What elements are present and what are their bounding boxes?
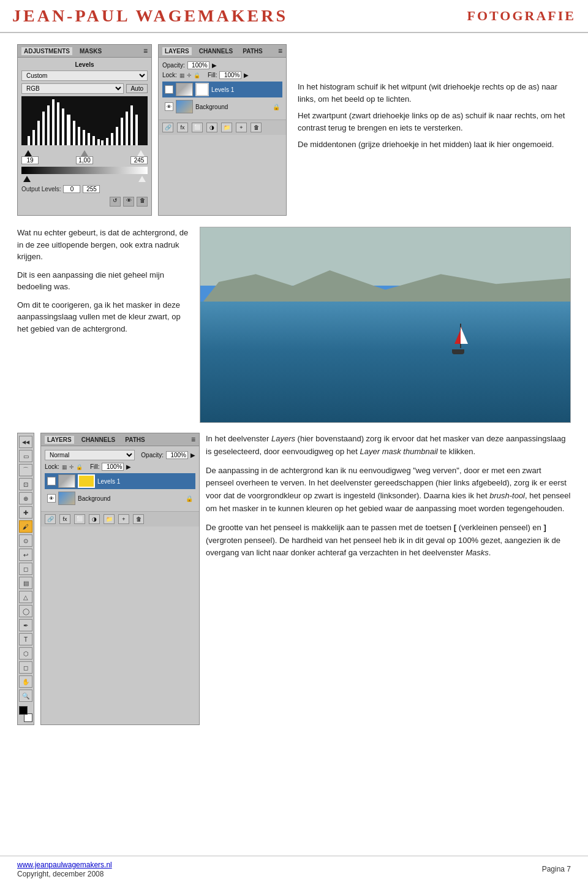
lock-all-icon[interactable]: 🔒 — [194, 72, 200, 78]
tool-eyedropper[interactable]: ⊕ — [19, 492, 32, 504]
mask-btn-mid[interactable]: ⬜ — [74, 514, 85, 524]
tool-path[interactable]: ⬡ — [19, 647, 32, 660]
tool-stamp[interactable]: ⊙ — [19, 534, 32, 547]
input-mid-field[interactable]: 1,00 — [76, 156, 93, 164]
eye-bg-top[interactable]: 👁 — [165, 102, 173, 111]
output-slider[interactable] — [21, 175, 148, 183]
tool-crop[interactable]: ⊡ — [19, 478, 32, 490]
opacity-arrow-mid[interactable]: ▶ — [190, 452, 195, 458]
fx-btn-mid[interactable]: fx — [59, 514, 70, 524]
eye-levels1-mid[interactable]: 👁 — [47, 477, 56, 485]
tab-paths-top[interactable]: PATHS — [240, 47, 265, 55]
bottom-para-3: De grootte van het penseel is makkelijk … — [206, 522, 571, 560]
input-values-row: 19 1,00 245 — [21, 156, 148, 164]
output-white-triangle[interactable] — [138, 176, 146, 182]
blend-mode-select[interactable]: Normal — [45, 450, 135, 460]
tab-paths-mid[interactable]: PATHS — [123, 436, 147, 444]
tool-hand[interactable]: ✋ — [19, 675, 32, 688]
white-triangle[interactable] — [137, 150, 145, 156]
preset-select[interactable]: Custom — [21, 70, 148, 81]
delete-icon[interactable]: 🗑 — [137, 197, 148, 207]
tool-blur[interactable]: △ — [19, 591, 32, 603]
tab-layers-mid[interactable]: LAYERS — [45, 436, 74, 444]
channel-row: RGB Auto — [21, 83, 148, 94]
lock-move-mid[interactable]: ✛ — [69, 464, 74, 470]
tab-layers-top[interactable]: LAYERS — [162, 47, 192, 55]
tab-masks[interactable]: MASKS — [77, 47, 104, 55]
fill-input-mid[interactable] — [102, 463, 124, 471]
mid-section: Wat nu echter gebeurt, is dat de achterg… — [17, 227, 571, 423]
fx-btn[interactable]: fx — [177, 123, 188, 132]
tool-gradient[interactable]: ▤ — [19, 577, 32, 589]
tool-heal[interactable]: ✚ — [19, 506, 32, 519]
opacity-input-mid[interactable] — [166, 451, 188, 459]
output-black-triangle[interactable] — [23, 176, 31, 182]
opacity-input-top[interactable] — [187, 61, 209, 69]
fill-arrow-top[interactable]: ▶ — [244, 72, 249, 78]
mask-levels1-mid[interactable] — [78, 474, 95, 488]
tool-pen[interactable]: ✒ — [19, 619, 32, 631]
bottom-para-1: In het deelvenster Layers (hier bovensta… — [206, 433, 571, 458]
output-black-field[interactable] — [63, 185, 80, 193]
delete-layer-btn-mid[interactable]: 🗑 — [133, 514, 144, 524]
tool-dodge[interactable]: ◯ — [19, 605, 32, 617]
footer-page: Pagina 7 — [542, 865, 571, 873]
lock-checker-mid[interactable]: ▦ — [62, 464, 67, 470]
layer-row-levels1-top[interactable]: 👁 Levels 1 — [162, 82, 282, 97]
tool-history[interactable]: ↩ — [19, 549, 32, 561]
lock-checker-icon[interactable]: ▦ — [179, 72, 185, 78]
channel-select[interactable]: RGB — [21, 83, 124, 94]
delete-layer-btn[interactable]: 🗑 — [251, 123, 262, 132]
tool-shape[interactable]: ◻ — [19, 661, 32, 674]
tool-lasso[interactable]: ⌒ — [19, 464, 32, 476]
mask-btn[interactable]: ⬜ — [192, 123, 203, 132]
reset-icon[interactable]: ↺ — [110, 197, 121, 207]
black-triangle[interactable] — [24, 150, 32, 156]
mask-levels1-top[interactable] — [195, 83, 209, 96]
tool-marquee-rect[interactable]: ▭ — [19, 450, 32, 462]
input-black-field[interactable]: 19 — [21, 156, 39, 164]
input-slider[interactable] — [21, 148, 148, 156]
tools-collapse-btn[interactable]: ◀◀ — [19, 436, 32, 448]
tool-type[interactable]: T — [19, 633, 32, 645]
panel-menu-icon[interactable]: ≡ — [143, 47, 148, 55]
link-btn[interactable]: 🔗 — [162, 123, 173, 132]
input-white-field[interactable]: 245 — [130, 156, 148, 164]
adj-btn[interactable]: ◑ — [206, 123, 217, 132]
layer-name-bg-top: Background — [195, 104, 270, 110]
gray-triangle[interactable] — [81, 150, 88, 156]
layer-row-bg-mid[interactable]: 👁 Background 🔒 — [45, 490, 195, 506]
tab-adjustments[interactable]: ADJUSTMENTS — [21, 47, 72, 55]
layers-menu-icon-top[interactable]: ≡ — [278, 47, 282, 55]
folder-btn-mid[interactable]: 📁 — [104, 514, 115, 524]
layers-panel-footer-mid: 🔗 fx ⬜ ◑ 📁 + 🗑 — [41, 511, 199, 527]
layer-row-levels1-mid[interactable]: 👁 Levels 1 — [45, 473, 195, 489]
layers-menu-icon-mid[interactable]: ≡ — [191, 435, 195, 444]
eye-icon[interactable]: 👁 — [123, 197, 134, 207]
fill-input-top[interactable] — [219, 71, 241, 79]
fill-arrow-mid[interactable]: ▶ — [126, 463, 131, 470]
output-white-field[interactable] — [83, 185, 100, 193]
eye-bg-mid[interactable]: 👁 — [47, 494, 56, 503]
new-layer-btn[interactable]: + — [236, 123, 247, 132]
mid-para-3: Om dit te coorigeren, ga ik het masker i… — [17, 299, 189, 335]
new-layer-btn-mid[interactable]: + — [118, 514, 129, 524]
link-btn-mid[interactable]: 🔗 — [45, 514, 56, 524]
eye-levels1-top[interactable]: 👁 — [165, 85, 173, 94]
footer-link[interactable]: www.jeanpaulwagemakers.nl — [17, 861, 112, 869]
lock-move-icon[interactable]: ✛ — [187, 72, 192, 78]
auto-button[interactable]: Auto — [126, 84, 148, 93]
bg-color-box[interactable] — [24, 713, 32, 722]
tab-channels-top[interactable]: CHANNELS — [197, 47, 236, 55]
lock-all-mid[interactable]: 🔒 — [76, 464, 83, 470]
tool-zoom[interactable]: 🔍 — [19, 690, 32, 702]
blend-mode-row: Normal Opacity: ▶ — [45, 450, 195, 460]
layer-row-bg-top[interactable]: 👁 Background 🔒 — [162, 99, 282, 115]
opacity-arrow-top[interactable]: ▶ — [212, 62, 217, 69]
tab-channels-mid[interactable]: CHANNELS — [79, 436, 118, 444]
tool-brush[interactable]: 🖌 — [19, 520, 32, 533]
fg-color-box[interactable] — [19, 706, 28, 715]
folder-btn[interactable]: 📁 — [221, 123, 232, 132]
tool-eraser[interactable]: ◻ — [19, 563, 32, 575]
adj-btn-mid[interactable]: ◑ — [89, 514, 100, 524]
